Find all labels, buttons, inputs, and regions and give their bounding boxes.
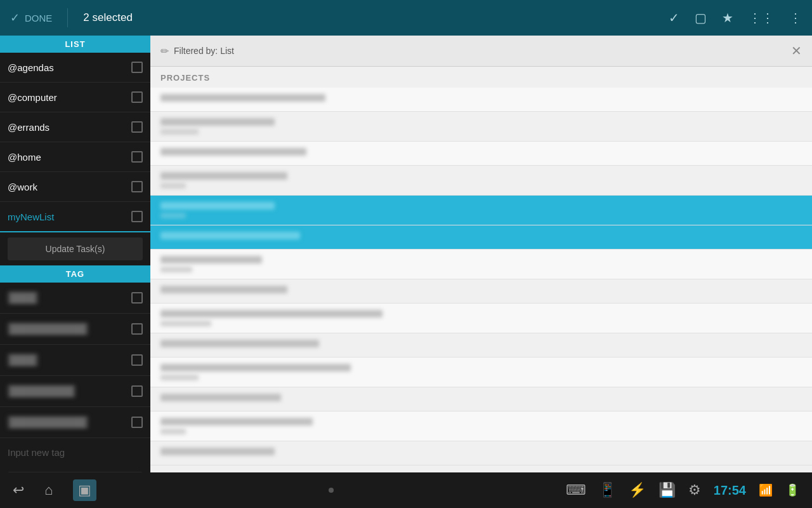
task-subtitle: [160, 213, 186, 218]
task-title: [160, 148, 306, 156]
share-icon[interactable]: ⋮⋮: [749, 10, 774, 25]
usb-icon[interactable]: ⚡: [629, 482, 646, 498]
task-title: [160, 232, 300, 239]
task-title: [160, 310, 383, 318]
recents-icon[interactable]: ▣: [73, 479, 96, 501]
task-title: [160, 394, 281, 401]
sidebar-item-agendas[interactable]: @agendas: [0, 53, 150, 83]
task-title: [160, 286, 287, 293]
new-tag-input[interactable]: [0, 438, 150, 467]
device-icon[interactable]: 📱: [599, 482, 616, 498]
agendas-checkbox[interactable]: [131, 62, 143, 73]
sidebar-item-work[interactable]: @work: [0, 172, 150, 202]
task-title: [160, 418, 313, 425]
sd-icon[interactable]: 💾: [658, 482, 676, 498]
task-subtitle: [160, 183, 186, 189]
tag-section-header: TAG: [0, 265, 150, 283]
tag-checkbox-3[interactable]: [131, 354, 143, 366]
task-row[interactable]: [150, 387, 812, 411]
task-row-selected-1[interactable]: [150, 196, 812, 225]
confirm-icon[interactable]: ✓: [669, 10, 679, 25]
task-row[interactable]: [150, 250, 812, 279]
tag-item-1[interactable]: ████: [0, 283, 150, 314]
task-subtitle: [160, 375, 199, 380]
task-row[interactable]: [150, 166, 812, 196]
sidebar-item-home[interactable]: @home: [0, 142, 150, 172]
agendas-label: @agendas: [8, 62, 54, 73]
tag-item-5[interactable]: ████████████: [0, 407, 150, 438]
update-tag-button[interactable]: Update Task(s): [8, 472, 143, 472]
task-title: [160, 202, 275, 210]
task-row[interactable]: [150, 88, 812, 112]
mynewlist-label: myNewList: [8, 211, 54, 222]
back-icon[interactable]: ↩: [13, 482, 24, 498]
projects-header: PROJECTS: [150, 67, 812, 88]
star-icon[interactable]: ★: [722, 10, 733, 25]
check-icon: ✓: [10, 11, 20, 25]
task-title: [160, 118, 275, 126]
bottom-bar: ↩ ⌂ ▣ ⌨ 📱 ⚡ 💾 ⚙ 17:54 📶 🔋: [0, 472, 812, 508]
task-row[interactable]: [150, 358, 812, 387]
errands-label: @errands: [8, 122, 49, 133]
tag-item-3[interactable]: ████: [0, 345, 150, 376]
close-filter-button[interactable]: ✕: [791, 43, 802, 58]
task-list: [150, 88, 812, 472]
work-label: @work: [8, 182, 37, 192]
separator: [67, 8, 68, 27]
filter-text: Filtered by: List: [174, 46, 234, 56]
sidebar-item-mynewlist[interactable]: myNewList: [0, 202, 150, 232]
filter-icon: ✏: [160, 45, 169, 57]
tag-checkbox-4[interactable]: [131, 385, 143, 397]
keyboard-icon[interactable]: ⌨: [566, 482, 586, 498]
task-row[interactable]: [150, 411, 812, 441]
wifi-icon: 📶: [759, 483, 773, 497]
sidebar-item-errands[interactable]: @errands: [0, 112, 150, 142]
clock: 17:54: [714, 483, 746, 498]
task-row[interactable]: [150, 112, 812, 142]
tag-label-1: ████: [8, 291, 38, 304]
task-title: [160, 364, 351, 371]
task-row[interactable]: [150, 304, 812, 333]
tag-checkbox-5[interactable]: [131, 417, 143, 428]
task-row-selected-2[interactable]: [150, 225, 812, 250]
tag-item-2[interactable]: ████████████: [0, 314, 150, 345]
mynewlist-checkbox[interactable]: [131, 211, 143, 222]
list-section-header: LIST: [0, 36, 150, 53]
settings-icon[interactable]: ⚙: [688, 482, 701, 498]
tag-item-4[interactable]: ██████████: [0, 376, 150, 407]
tag-label-3: ████: [8, 354, 38, 366]
update-list-button[interactable]: Update Task(s): [8, 237, 143, 260]
tag-label-5: ████████████: [8, 416, 88, 429]
task-title: [160, 340, 319, 347]
home-checkbox[interactable]: [131, 151, 143, 163]
task-row[interactable]: [150, 279, 812, 304]
task-subtitle: [160, 129, 199, 135]
sidebar: LIST @agendas @computer @errands @home @…: [0, 36, 150, 472]
work-checkbox[interactable]: [131, 181, 143, 192]
task-row[interactable]: [150, 441, 812, 465]
tag-checkbox-1[interactable]: [131, 292, 143, 304]
computer-label: @computer: [8, 92, 57, 103]
home-icon[interactable]: ⌂: [44, 482, 53, 498]
tag-checkbox-2[interactable]: [131, 323, 143, 335]
sidebar-item-computer[interactable]: @computer: [0, 83, 150, 112]
nav-dot: [329, 488, 334, 493]
top-bar: ✓ DONE 2 selected ✓ ▢ ★ ⋮⋮ ⋮: [0, 0, 812, 36]
selected-count: 2 selected: [83, 11, 133, 24]
tag-label-4: ██████████: [8, 385, 75, 398]
task-subtitle: [160, 429, 186, 434]
task-subtitle: [160, 321, 211, 326]
computer-checkbox[interactable]: [131, 91, 143, 103]
task-title: [160, 172, 287, 180]
errands-checkbox[interactable]: [131, 121, 143, 133]
home-label: @home: [8, 152, 41, 163]
task-subtitle: [160, 267, 192, 272]
tag-label-2: ████████████: [8, 323, 88, 335]
done-button[interactable]: ✓ DONE: [10, 11, 52, 25]
battery-icon: 🔋: [785, 483, 799, 497]
overflow-icon[interactable]: ⋮: [789, 10, 802, 25]
task-row[interactable]: [150, 333, 812, 358]
task-row[interactable]: [150, 142, 812, 166]
task-title: [160, 256, 262, 264]
square-icon[interactable]: ▢: [695, 10, 707, 25]
